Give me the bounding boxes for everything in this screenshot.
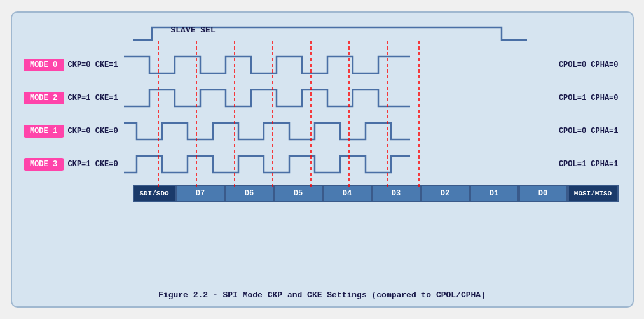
data-cell-d1: D1	[470, 185, 519, 202]
data-cell-d7: D7	[176, 185, 225, 202]
figure-caption: Figure 2.2 - SPI Mode CKP and CKE Settin…	[24, 290, 621, 300]
mode2-label: MODE 2	[24, 92, 64, 104]
mode2-waveform	[124, 82, 435, 114]
data-cell-d6: D6	[225, 185, 274, 202]
slave-sel-label: SLAVE SEL	[171, 25, 228, 35]
mode3-label: MODE 3	[24, 158, 64, 171]
data-cell-d0: D0	[519, 185, 568, 202]
data-bus: SDI/SDO D7 D6 D5 D4 D3 D2 D1 D0 MOSI/MIS…	[133, 185, 619, 202]
mode1-cpol: CPOL=0 CPHA=1	[559, 127, 621, 136]
mode1-row: MODE 1 CKP=0 CKE=0 CPOL=0 CPHA=1	[24, 115, 621, 148]
mode1-waveform	[124, 115, 435, 147]
data-cell-sdi-sdo: SDI/SDO	[133, 185, 176, 202]
mode2-cpol: CPOL=1 CPHA=0	[559, 94, 621, 103]
mode3-row: MODE 3 CKP=1 CKE=0 CPOL=1 CPHA=1	[24, 148, 621, 181]
mode0-row: MODE 0 CKP=0 CKE=1 CPOL=0 CPHA=0	[24, 48, 621, 82]
slave-row: SLAVE SEL	[24, 22, 621, 46]
data-cell-d2: D2	[421, 185, 470, 202]
diagram-container: SLAVE SEL MODE 0 CKP=0 CKE=1 CPOL=0 CPHA…	[11, 11, 634, 308]
mode3-ckp: CKP=1 CKE=0	[68, 160, 124, 169]
mode0-label: MODE 0	[24, 59, 64, 71]
mode0-cpol: CPOL=0 CPHA=0	[559, 60, 621, 69]
data-cell-d3: D3	[372, 185, 421, 202]
mode1-ckp: CKP=0 CKE=0	[68, 127, 124, 136]
data-cell-d4: D4	[323, 185, 372, 202]
data-cell-mosi-miso: MOSI/MISO	[568, 185, 619, 202]
diagram-area: SLAVE SEL MODE 0 CKP=0 CKE=1 CPOL=0 CPHA…	[24, 22, 621, 287]
mode2-row: MODE 2 CKP=1 CKE=1 CPOL=1 CPHA=0	[24, 82, 621, 115]
mode0-ckp: CKP=0 CKE=1	[68, 60, 124, 69]
mode1-label: MODE 1	[24, 125, 64, 138]
mode2-ckp: CKP=1 CKE=1	[68, 94, 124, 103]
data-bus-row: SDI/SDO D7 D6 D5 D4 D3 D2 D1 D0 MOSI/MIS…	[24, 183, 621, 204]
data-cell-d5: D5	[274, 185, 323, 202]
mode0-waveform	[124, 49, 435, 81]
mode3-waveform	[124, 148, 435, 180]
mode3-cpol: CPOL=1 CPHA=1	[559, 160, 621, 169]
